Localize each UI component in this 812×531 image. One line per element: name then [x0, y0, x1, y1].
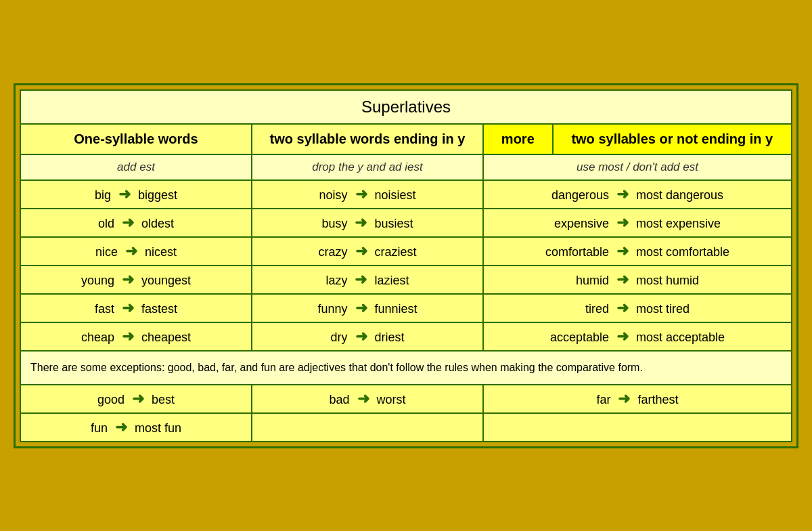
arrow-icon — [616, 299, 629, 317]
exceptions-text-row: There are some exceptions: good, bad, fa… — [20, 351, 792, 385]
table-row: big biggest noisy noisiest dangerous mos… — [20, 180, 792, 209]
cell-c2: bad worst — [252, 385, 483, 413]
arrow-icon — [355, 214, 367, 232]
arrow-icon — [132, 390, 144, 408]
rule-row: add est drop the y and ad iest use most … — [20, 154, 792, 180]
header-col3b: two syllables or not ending in y — [553, 124, 792, 154]
arrow-icon — [355, 328, 367, 345]
cell-c3: acceptable most acceptable — [483, 322, 792, 351]
arrow-icon — [357, 390, 369, 408]
cell-c2: busy busiest — [252, 209, 483, 237]
superlatives-table: Superlatives One-syllable words two syll… — [20, 89, 792, 442]
cell-c2: crazy craziest — [252, 237, 483, 266]
header-col1: One-syllable words — [20, 124, 252, 154]
table-row: old oldest busy busiest expensive most e… — [20, 209, 792, 237]
title-row: Superlatives — [20, 90, 792, 124]
exception-row: good best bad worst far farthest — [20, 385, 792, 413]
cell-c1: big biggest — [20, 180, 252, 209]
arrow-icon — [355, 271, 367, 289]
cell-c2: funny funniest — [252, 294, 483, 322]
table-title: Superlatives — [20, 90, 792, 124]
table-row: cheap cheapest dry driest acceptable mos… — [20, 322, 792, 351]
cell-c3-empty — [483, 413, 792, 442]
arrow-icon — [616, 186, 629, 203]
exception-row: fun most fun — [20, 413, 792, 442]
arrow-icon — [616, 328, 629, 345]
cell-c3: far farthest — [483, 385, 792, 413]
exceptions-text: There are some exceptions: good, bad, fa… — [20, 351, 792, 385]
header-col2: two syllable words ending in y — [252, 124, 483, 154]
cell-c1: young youngest — [20, 266, 252, 294]
cell-c1: old oldest — [20, 209, 252, 237]
outer-border: Superlatives One-syllable words two syll… — [14, 83, 798, 448]
arrow-icon — [122, 328, 134, 345]
arrow-icon — [616, 214, 629, 232]
cell-c2: lazy laziest — [252, 266, 483, 294]
cell-c2: dry driest — [252, 322, 483, 351]
cell-c3: expensive most expensive — [483, 209, 792, 237]
rule-col3: use most / don't add est — [483, 154, 792, 180]
arrow-icon — [115, 419, 127, 436]
header-row: One-syllable words two syllable words en… — [20, 124, 792, 154]
rule-col1: add est — [20, 154, 252, 180]
cell-c3: humid most humid — [483, 266, 792, 294]
arrow-icon — [122, 299, 134, 317]
arrow-icon — [118, 186, 131, 203]
table-row: young youngest lazy laziest humid most h… — [20, 266, 792, 294]
table-row: fast fastest funny funniest tired most t… — [20, 294, 792, 322]
cell-c1: nice nicest — [20, 237, 252, 266]
arrow-icon — [616, 271, 629, 289]
cell-c2-empty — [252, 413, 483, 442]
header-col3a: more — [483, 124, 553, 154]
cell-c3: comfortable most comfortable — [483, 237, 792, 266]
arrow-icon — [616, 242, 629, 260]
rule-col2: drop the y and ad iest — [252, 154, 483, 180]
table-row: nice nicest crazy craziest comfortable m… — [20, 237, 792, 266]
arrow-icon — [122, 271, 134, 289]
arrow-icon — [355, 186, 367, 203]
arrow-icon — [355, 242, 367, 260]
cell-c2: noisy noisiest — [252, 180, 483, 209]
cell-c1: cheap cheapest — [20, 322, 252, 351]
arrow-icon — [355, 299, 367, 317]
cell-c1: fun most fun — [20, 413, 252, 442]
cell-c3: tired most tired — [483, 294, 792, 322]
arrow-icon — [122, 214, 134, 232]
arrow-icon — [618, 390, 630, 408]
cell-c1: fast fastest — [20, 294, 252, 322]
cell-c3: dangerous most dangerous — [483, 180, 792, 209]
arrow-icon — [125, 242, 137, 260]
cell-c1: good best — [20, 385, 252, 413]
